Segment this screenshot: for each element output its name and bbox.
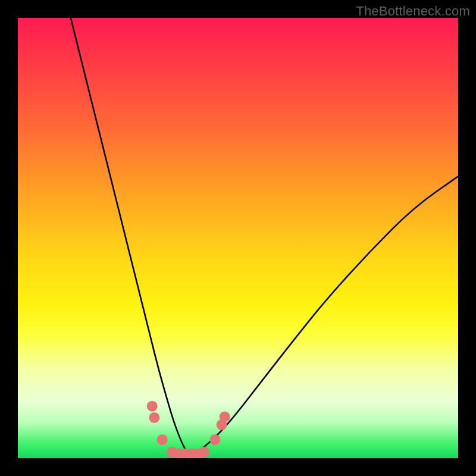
minimum-dot	[157, 434, 168, 445]
minimum-dot	[147, 401, 158, 412]
minimum-dot	[220, 411, 230, 422]
minimum-dot	[199, 447, 209, 458]
watermark-text: TheBottleneck.com	[356, 4, 470, 19]
chart-frame: TheBottleneck.com	[0, 0, 476, 476]
curve-layer	[18, 18, 458, 458]
minimum-dots-group	[147, 401, 230, 458]
plot-area	[18, 18, 458, 458]
minimum-dot	[149, 412, 159, 423]
bottleneck-curve	[71, 18, 458, 454]
minimum-dot	[210, 434, 221, 445]
